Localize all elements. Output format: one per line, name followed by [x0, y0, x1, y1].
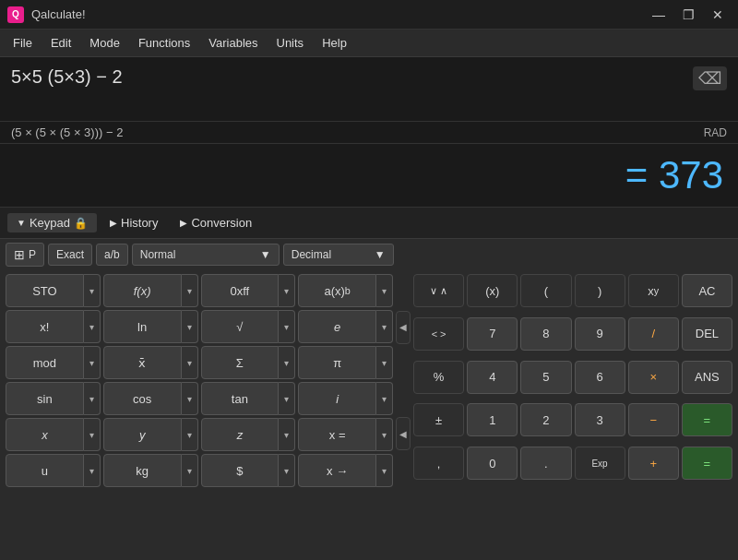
- collapse-bottom-button[interactable]: ◀: [396, 417, 411, 450]
- history-tab[interactable]: ▶ History: [101, 213, 167, 232]
- tan-arrow[interactable]: ▾: [279, 382, 295, 415]
- four-key[interactable]: 4: [467, 361, 518, 394]
- cos-arrow[interactable]: ▾: [182, 382, 198, 415]
- cos-key[interactable]: cos: [103, 382, 182, 415]
- close-paren-key[interactable]: ): [575, 274, 625, 307]
- comma-key[interactable]: ,: [413, 447, 464, 480]
- ans-key[interactable]: ANS: [682, 361, 732, 394]
- xeq-key[interactable]: x =: [298, 418, 376, 451]
- five-key[interactable]: 5: [520, 361, 571, 394]
- sqrt-key[interactable]: √: [201, 310, 280, 343]
- hex-key[interactable]: 0xff: [201, 274, 280, 307]
- logic-key[interactable]: ∨ ∧: [413, 274, 464, 307]
- one-key[interactable]: 1: [467, 403, 518, 436]
- sqrt-arrow[interactable]: ▾: [279, 310, 295, 343]
- sto-key[interactable]: STO: [6, 274, 84, 307]
- exact-button[interactable]: Exact: [48, 244, 92, 266]
- eight-key[interactable]: 8: [520, 317, 571, 351]
- fraction-button[interactable]: a/b: [96, 244, 128, 266]
- multiply-key[interactable]: ×: [628, 361, 679, 394]
- axb-key[interactable]: a(x)b: [298, 274, 376, 307]
- zero-key[interactable]: 0: [467, 447, 518, 480]
- mean-key[interactable]: x̄: [103, 346, 182, 379]
- y-key[interactable]: y: [103, 418, 182, 451]
- menu-edit[interactable]: Edit: [42, 32, 80, 54]
- sin-arrow[interactable]: ▾: [84, 382, 101, 415]
- menu-file[interactable]: File: [4, 32, 42, 54]
- menu-variables[interactable]: Variables: [199, 32, 267, 54]
- close-button[interactable]: ✕: [705, 5, 731, 25]
- menu-units[interactable]: Units: [268, 32, 314, 54]
- two-key[interactable]: 2: [520, 403, 571, 436]
- plus-key[interactable]: +: [628, 447, 679, 480]
- collapse-top-button[interactable]: ◀: [396, 311, 411, 344]
- u-arrow[interactable]: ▾: [84, 454, 101, 487]
- percent-key[interactable]: %: [413, 361, 464, 394]
- mod-arrow[interactable]: ▾: [84, 346, 101, 379]
- pi-arrow[interactable]: ▾: [376, 346, 393, 379]
- ac-key[interactable]: AC: [682, 274, 732, 307]
- hex-arrow[interactable]: ▾: [279, 274, 295, 307]
- kg-key[interactable]: kg: [103, 454, 182, 487]
- z-key[interactable]: z: [201, 418, 280, 451]
- z-arrow[interactable]: ▾: [279, 418, 295, 451]
- power-key[interactable]: xy: [628, 274, 679, 307]
- factorial-arrow[interactable]: ▾: [84, 310, 101, 343]
- expression-input[interactable]: 5×5 (5×3) − 2: [11, 66, 693, 88]
- equals-key2[interactable]: =: [682, 447, 732, 480]
- axb-arrow[interactable]: ▾: [376, 274, 393, 307]
- three-key[interactable]: 3: [575, 403, 625, 436]
- mean-arrow[interactable]: ▾: [182, 346, 198, 379]
- maximize-button[interactable]: ❐: [675, 5, 701, 25]
- e-key[interactable]: e: [298, 310, 376, 343]
- plusminus-key[interactable]: ±: [413, 403, 464, 436]
- keypad-tab[interactable]: ▼ Keypad 🔒: [7, 213, 97, 232]
- fx-arrow[interactable]: ▾: [182, 274, 198, 307]
- fx-key[interactable]: f(x): [103, 274, 182, 307]
- conversion-tab[interactable]: ▶ Conversion: [171, 213, 261, 232]
- menu-functions[interactable]: Functions: [129, 32, 199, 54]
- u-key[interactable]: u: [6, 454, 84, 487]
- x-arrow[interactable]: ▾: [84, 418, 101, 451]
- tan-key[interactable]: tan: [201, 382, 280, 415]
- sto-arrow[interactable]: ▾: [84, 274, 101, 307]
- sigma-key[interactable]: Σ: [201, 346, 280, 379]
- e-arrow[interactable]: ▾: [376, 310, 393, 343]
- backspace-button[interactable]: ⌫: [693, 66, 727, 90]
- i-key[interactable]: i: [298, 382, 376, 415]
- mod-key[interactable]: mod: [6, 346, 84, 379]
- minus-key[interactable]: −: [628, 403, 679, 436]
- dollar-arrow[interactable]: ▾: [279, 454, 295, 487]
- open-paren-key[interactable]: (: [520, 274, 571, 307]
- six-key[interactable]: 6: [575, 361, 625, 394]
- menu-help[interactable]: Help: [313, 32, 356, 54]
- x-key[interactable]: x: [6, 418, 84, 451]
- minimize-button[interactable]: —: [646, 5, 672, 25]
- divide-key[interactable]: /: [628, 317, 679, 351]
- del-key[interactable]: DEL: [682, 317, 732, 351]
- grid-button[interactable]: ⊞ P: [6, 243, 44, 267]
- seven-key[interactable]: 7: [467, 317, 518, 351]
- decimal-select[interactable]: Decimal ▼: [283, 244, 394, 266]
- dot-key[interactable]: .: [520, 447, 571, 480]
- sigma-arrow[interactable]: ▾: [279, 346, 295, 379]
- kg-arrow[interactable]: ▾: [182, 454, 198, 487]
- i-arrow[interactable]: ▾: [376, 382, 393, 415]
- exp-key[interactable]: Exp: [575, 447, 625, 480]
- menu-mode[interactable]: Mode: [80, 32, 129, 54]
- compare-key[interactable]: < >: [413, 317, 464, 351]
- dollar-key[interactable]: $: [201, 454, 280, 487]
- parens-x-key[interactable]: (x): [467, 274, 518, 307]
- xeq-arrow[interactable]: ▾: [376, 418, 393, 451]
- ln-arrow[interactable]: ▾: [182, 310, 198, 343]
- nine-key[interactable]: 9: [575, 317, 625, 351]
- y-arrow[interactable]: ▾: [182, 418, 198, 451]
- ln-key[interactable]: ln: [103, 310, 182, 343]
- normal-select[interactable]: Normal ▼: [132, 244, 280, 266]
- pi-key[interactable]: π: [298, 346, 376, 379]
- xarrow-key[interactable]: x →: [298, 454, 376, 487]
- sin-key[interactable]: sin: [6, 382, 84, 415]
- factorial-key[interactable]: x!: [6, 310, 84, 343]
- xarrow-arrow[interactable]: ▾: [376, 454, 393, 487]
- equals-key[interactable]: =: [682, 403, 732, 436]
